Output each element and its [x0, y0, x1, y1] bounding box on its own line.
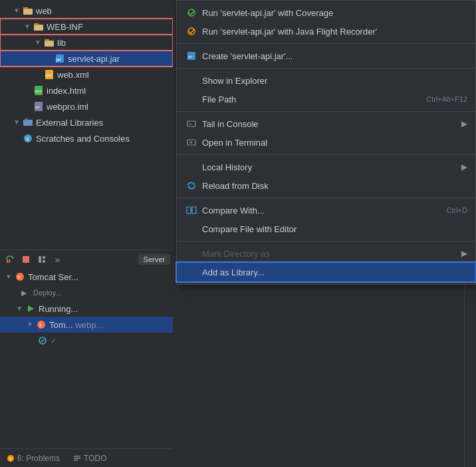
mark-dir-arrow-icon: ▶	[461, 249, 467, 258]
flight-icon	[185, 25, 198, 38]
menu-run-coverage-label: Run 'servlet-api.jar' with Coverage	[202, 8, 333, 18]
svg-rect-20	[9, 259, 10, 263]
tree-item-webproiml[interactable]: iml webpro.iml	[0, 98, 173, 114]
stop-button[interactable]	[19, 252, 33, 267]
compare-icon	[185, 204, 198, 217]
svc-item-deploy[interactable]: ▶ Deploy...	[0, 285, 173, 301]
menu-reload-disk[interactable]: Reload from Disk	[177, 176, 475, 195]
checkmark-icon: ✓	[51, 337, 57, 345]
arrow-webxml	[35, 71, 43, 78]
menu-file-path-shortcut: Ctrl+Alt+F12	[413, 95, 467, 103]
tree-item-web[interactable]: ▼ web	[0, 3, 173, 19]
project-tree: ▼ web ▼ WEB-INF ▼ lib jar	[0, 0, 173, 146]
warning-icon: !	[7, 454, 15, 462]
svg-rect-15	[25, 118, 28, 120]
tree-label-webinf: WEB-INF	[47, 22, 83, 32]
menu-show-explorer[interactable]: Show in Explorer	[177, 71, 475, 90]
menu-tail-console[interactable]: >_ Tail in Console ▶	[177, 114, 475, 133]
svc-item-running[interactable]: ▼ Running...	[0, 301, 173, 317]
bottom-tabs: ! 6: Problems TODO	[0, 448, 173, 467]
services-toolbar: » Server	[0, 250, 173, 269]
tree-label-iml: webpro.iml	[47, 102, 88, 112]
svg-rect-35	[74, 460, 78, 461]
scratches-icon: s	[23, 133, 33, 144]
menu-run-flight-label: Run 'servlet-api.jar' with Java Flight R…	[202, 27, 377, 37]
menu-local-history-label: Local History	[202, 162, 252, 172]
svg-rect-3	[34, 23, 39, 25]
menu-create-jar-label: Create 'servlet-api.jar'...	[202, 51, 293, 61]
services-section: » Server ▼ T Tomcat Ser... ▶ Deploy... ▼…	[0, 249, 173, 467]
svc-label-tomcat: Tomcat Ser...	[28, 272, 78, 282]
jar-create-icon: jar	[185, 49, 198, 63]
menu-local-history[interactable]: Local History ▶	[177, 158, 475, 176]
tail-arrow-icon: ▶	[461, 119, 467, 128]
menu-mark-dir-label: Mark Directory as	[202, 249, 270, 259]
arrow-jar	[45, 55, 53, 63]
svg-rect-22	[39, 256, 41, 263]
iml-icon: iml	[33, 101, 44, 112]
separator-2	[177, 68, 475, 69]
problems-label: 6: Problems	[17, 454, 60, 463]
arrow-iml	[24, 102, 32, 110]
menu-run-coverage[interactable]: Run 'servlet-api.jar' with Coverage	[177, 3, 475, 22]
svg-rect-19	[7, 259, 8, 263]
menu-file-path[interactable]: File Path Ctrl+Alt+F12	[177, 90, 475, 108]
svc-arrow-tomcat: ▼	[5, 273, 13, 281]
problems-tab[interactable]: ! 6: Problems	[0, 449, 66, 468]
menu-file-path-label: File Path	[202, 94, 236, 104]
menu-create-jar[interactable]: jar Create 'servlet-api.jar'...	[177, 47, 475, 65]
svg-rect-24	[43, 260, 45, 263]
mark-dir-icon	[185, 247, 198, 260]
arrow-indexhtml	[24, 86, 32, 94]
more-button[interactable]: »	[51, 252, 65, 267]
svg-rect-1	[23, 7, 28, 9]
tree-item-webinf[interactable]: ▼ WEB-INF	[0, 19, 173, 35]
add-library-icon	[185, 265, 198, 279]
menu-add-library[interactable]: Add as Library...	[177, 263, 475, 281]
layout-button[interactable]	[35, 252, 49, 267]
svg-text:!: !	[10, 456, 12, 462]
tree-label-scratches: Scratches and Consoles	[36, 134, 130, 144]
svc-label-tom: Tom...	[49, 320, 72, 330]
svc-label-running: Running...	[39, 304, 78, 314]
html-icon: html	[33, 85, 44, 96]
rerun-button[interactable]	[3, 252, 17, 267]
tree-label-indexhtml: index.html	[47, 86, 86, 96]
tree-item-ext-libs[interactable]: ▼ External Libraries	[0, 114, 173, 130]
open-terminal-icon	[185, 136, 198, 149]
tree-item-servlet-jar[interactable]: jar servlet-api.jar	[0, 51, 173, 67]
coverage-icon	[185, 6, 198, 19]
server-tab[interactable]: Server	[138, 254, 170, 265]
filepath-icon	[185, 92, 198, 106]
arrow-extlibs: ▼	[13, 118, 21, 126]
todo-tab[interactable]: TODO	[66, 449, 113, 468]
gear-check-icon	[37, 335, 48, 346]
menu-compare-editor-label: Compare File with Editor	[202, 224, 297, 234]
svc-item-tomcat[interactable]: ▼ T Tomcat Ser...	[0, 269, 173, 285]
menu-compare-with[interactable]: Compare With... Ctrl+D	[177, 201, 475, 220]
menu-tail-label: Tail in Console	[202, 119, 259, 129]
tree-item-scratches[interactable]: s Scratches and Consoles	[0, 130, 173, 146]
svg-rect-45	[187, 207, 191, 214]
svg-text:iml: iml	[35, 105, 40, 109]
menu-run-flight[interactable]: Run 'servlet-api.jar' with Java Flight R…	[177, 22, 475, 41]
tree-label-webxml: web.xml	[57, 70, 89, 80]
svc-arrow-tom: ▼	[27, 321, 35, 329]
svg-text:s: s	[26, 136, 29, 142]
svg-text:T: T	[17, 275, 21, 281]
deploy-arrow: ▶	[21, 289, 27, 297]
svc-label-webp: webp...	[75, 320, 103, 330]
svg-text:jar: jar	[55, 57, 61, 63]
menu-compare-editor[interactable]: Compare File with Editor	[177, 220, 475, 238]
folder-icon-lib	[44, 37, 55, 48]
menu-open-terminal-label: Open in Terminal	[202, 138, 267, 148]
compare-editor-icon	[185, 222, 198, 235]
tree-item-indexhtml[interactable]: html index.html	[0, 82, 173, 98]
tree-item-lib[interactable]: ▼ lib	[0, 35, 173, 51]
svc-item-gear-check[interactable]: ✓	[0, 333, 173, 349]
tree-label-lib: lib	[57, 38, 66, 48]
context-menu: Run 'servlet-api.jar' with Coverage Run …	[176, 0, 476, 285]
menu-open-terminal[interactable]: Open in Terminal	[177, 133, 475, 152]
tree-item-webxml[interactable]: xml web.xml	[0, 67, 173, 82]
svc-item-tom-selected[interactable]: ▼ T Tom... webp...	[0, 317, 173, 333]
